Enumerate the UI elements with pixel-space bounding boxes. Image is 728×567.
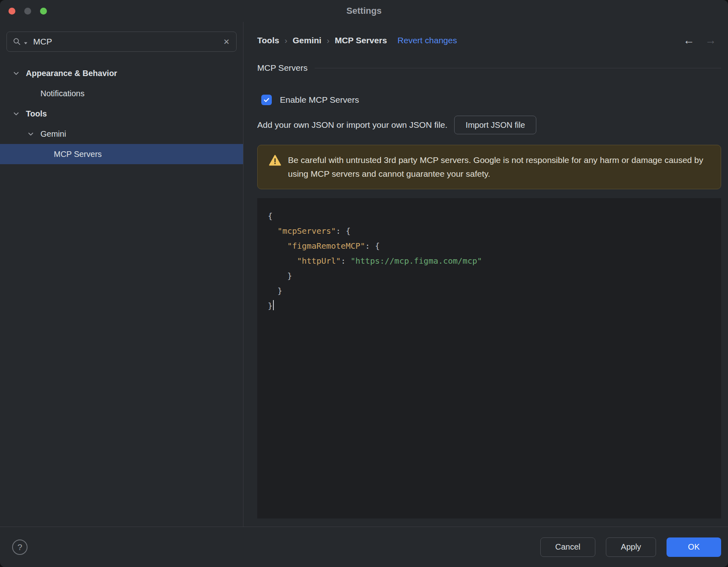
json-key: "mcpServers" <box>277 226 336 236</box>
code-line: "httpUrl": "https://mcp.figma.com/mcp" <box>268 254 713 269</box>
settings-sidebar: ✕ Appearance & Behavior Notifications To <box>0 22 243 527</box>
json-punctuation: : { <box>336 226 351 236</box>
chevron-down-icon[interactable] <box>12 69 20 77</box>
breadcrumb: Tools › Gemini › MCP Servers Revert chan… <box>257 32 721 49</box>
zoom-window-button[interactable] <box>40 8 47 15</box>
add-json-text: Add your own JSON or import your own JSO… <box>257 120 447 130</box>
section-header: MCP Servers <box>257 61 721 75</box>
enable-mcp-servers-row: Enable MCP Servers <box>261 94 721 106</box>
breadcrumb-mcp-servers[interactable]: MCP Servers <box>335 36 387 45</box>
json-indent <box>268 256 297 266</box>
sidebar-item-label: Notifications <box>40 89 85 98</box>
search-icon[interactable] <box>13 37 21 46</box>
search-box: ✕ <box>6 32 237 52</box>
help-button[interactable]: ? <box>12 539 28 555</box>
settings-content: Tools › Gemini › MCP Servers Revert chan… <box>243 22 728 527</box>
search-input[interactable] <box>33 37 221 47</box>
json-punctuation: { <box>268 211 273 221</box>
warning-text: Be careful with untrusted 3rd party MCP … <box>288 153 711 181</box>
window-title: Settings <box>347 6 382 16</box>
clear-search-icon[interactable]: ✕ <box>223 38 230 46</box>
dialog-footer: ? Cancel Apply OK <box>0 527 728 567</box>
enable-mcp-servers-checkbox[interactable] <box>261 95 272 105</box>
close-window-button[interactable] <box>8 8 15 15</box>
json-punctuation: } <box>268 301 273 311</box>
settings-window: Settings ✕ Appearanc <box>0 0 728 567</box>
import-json-file-button[interactable]: Import JSON file <box>454 116 536 134</box>
warning-banner: Be careful with untrusted 3rd party MCP … <box>257 145 721 189</box>
cancel-button[interactable]: Cancel <box>540 537 595 557</box>
json-punctuation: } <box>277 286 282 296</box>
history-navigation: ← → <box>683 35 721 46</box>
json-key: "httpUrl" <box>297 256 341 266</box>
mcp-json-editor[interactable]: { "mcpServers": { "figmaRemoteMCP": { "h… <box>257 198 721 518</box>
sidebar-item-label: MCP Servers <box>54 150 102 159</box>
code-line: "mcpServers": { <box>268 224 713 239</box>
json-key: "figmaRemoteMCP" <box>287 241 365 251</box>
json-punctuation: : { <box>365 241 380 251</box>
back-arrow-icon[interactable]: ← <box>683 35 694 46</box>
warning-triangle-icon <box>269 155 282 167</box>
checkmark-icon <box>263 96 270 104</box>
chevron-down-icon[interactable] <box>27 130 35 138</box>
sidebar-item-label: Tools <box>26 109 47 118</box>
breadcrumb-separator: › <box>327 36 330 45</box>
sidebar-item-mcp-servers[interactable]: MCP Servers <box>0 144 243 164</box>
revert-changes-link[interactable]: Revert changes <box>398 36 457 45</box>
json-string: "https://mcp.figma.com/mcp" <box>351 256 482 266</box>
traffic-lights <box>8 0 47 22</box>
page-title: MCP Servers <box>257 63 307 73</box>
search-filter-chevron-icon[interactable] <box>24 42 28 44</box>
ok-button[interactable]: OK <box>667 537 721 557</box>
sidebar-item-gemini[interactable]: Gemini <box>0 124 243 144</box>
json-punctuation: : <box>341 256 351 266</box>
breadcrumb-separator: › <box>284 36 287 45</box>
json-indent <box>268 286 277 296</box>
help-question-icon: ? <box>17 542 22 552</box>
json-indent <box>268 241 287 251</box>
sidebar-item-label: Appearance & Behavior <box>26 69 117 78</box>
forward-arrow-icon[interactable]: → <box>705 35 716 46</box>
code-line: { <box>268 209 713 224</box>
json-punctuation: } <box>287 271 292 281</box>
section-divider <box>315 68 721 68</box>
json-indent <box>268 271 287 281</box>
code-line: "figmaRemoteMCP": { <box>268 239 713 254</box>
titlebar: Settings <box>0 0 728 22</box>
sidebar-item-notifications[interactable]: Notifications <box>0 83 243 104</box>
breadcrumb-tools[interactable]: Tools <box>257 36 279 45</box>
sidebar-item-label: Gemini <box>40 129 66 139</box>
chevron-down-icon[interactable] <box>12 110 20 118</box>
apply-button[interactable]: Apply <box>606 537 656 557</box>
code-line: } <box>268 284 713 298</box>
sidebar-item-appearance-behavior[interactable]: Appearance & Behavior <box>0 63 243 83</box>
add-json-row: Add your own JSON or import your own JSO… <box>257 116 721 134</box>
json-indent <box>268 226 277 236</box>
sidebar-item-tools[interactable]: Tools <box>0 104 243 124</box>
code-line: } <box>268 269 713 284</box>
enable-mcp-servers-label: Enable MCP Servers <box>280 95 359 105</box>
breadcrumb-gemini[interactable]: Gemini <box>292 36 321 45</box>
minimize-window-button[interactable] <box>24 8 31 15</box>
settings-tree: Appearance & Behavior Notifications Tool… <box>0 63 243 164</box>
text-cursor <box>273 300 274 310</box>
code-line: } <box>268 298 713 313</box>
footer-buttons: Cancel Apply OK <box>540 537 721 557</box>
